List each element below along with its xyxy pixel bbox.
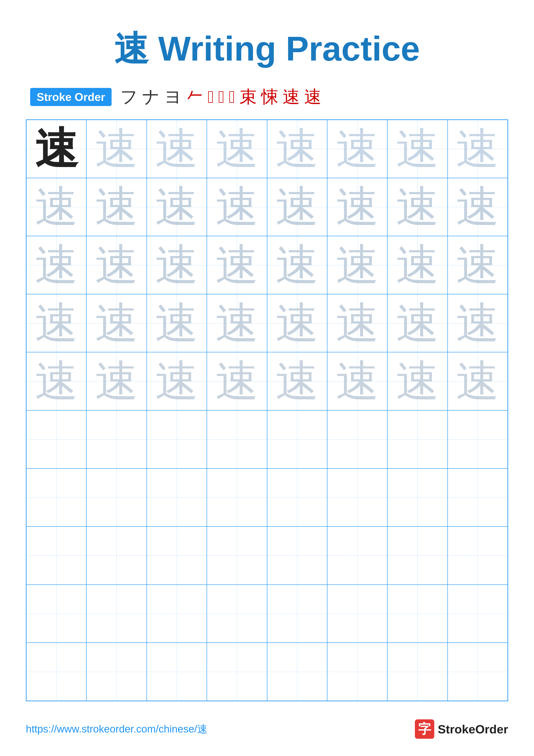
grid-cell-r2c1[interactable]: 速 bbox=[26, 178, 87, 236]
grid-cell-r3c7[interactable]: 速 bbox=[387, 236, 447, 294]
char-r2c2: 速 bbox=[95, 178, 138, 236]
grid-cell-r1c3[interactable]: 速 bbox=[147, 120, 207, 178]
grid-cell-r3c2[interactable]: 速 bbox=[87, 236, 146, 294]
grid-cell-r1c2[interactable]: 速 bbox=[87, 120, 146, 178]
grid-cell-r4c5[interactable]: 速 bbox=[267, 294, 327, 352]
grid-cell-r7c2[interactable] bbox=[87, 469, 146, 527]
grid-cell-r6c8[interactable] bbox=[447, 410, 508, 469]
grid-cell-r5c2[interactable]: 速 bbox=[87, 352, 146, 410]
grid-cell-r6c7[interactable] bbox=[387, 410, 447, 469]
grid-cell-r10c2[interactable] bbox=[87, 643, 146, 701]
grid-cell-r5c4[interactable]: 速 bbox=[207, 352, 267, 410]
grid-cell-r9c7[interactable] bbox=[387, 585, 447, 643]
grid-cell-r10c1[interactable] bbox=[26, 643, 87, 701]
grid-cell-r4c2[interactable]: 速 bbox=[87, 294, 146, 352]
stroke-11: 速 bbox=[304, 85, 321, 109]
grid-cell-r1c1[interactable]: 速 bbox=[26, 120, 87, 178]
grid-cell-r8c3[interactable] bbox=[147, 526, 207, 585]
grid-cell-r5c8[interactable]: 速 bbox=[447, 352, 508, 410]
grid-cell-r9c8[interactable] bbox=[447, 585, 508, 643]
grid-cell-r9c1[interactable] bbox=[26, 585, 87, 643]
char-r1c7: 速 bbox=[396, 120, 439, 178]
grid-cell-r4c3[interactable]: 速 bbox=[147, 294, 207, 352]
grid-cell-r10c8[interactable] bbox=[447, 643, 508, 701]
char-r4c5: 速 bbox=[275, 294, 318, 352]
grid-cell-r6c4[interactable] bbox=[207, 410, 267, 469]
grid-cell-r8c1[interactable] bbox=[26, 526, 87, 585]
grid-cell-r6c5[interactable] bbox=[267, 410, 327, 469]
char-r1c6: 速 bbox=[336, 120, 379, 178]
grid-cell-r8c8[interactable] bbox=[447, 526, 508, 585]
grid-cell-r5c1[interactable]: 速 bbox=[26, 352, 87, 410]
grid-cell-r9c5[interactable] bbox=[267, 585, 327, 643]
grid-cell-r4c8[interactable]: 速 bbox=[447, 294, 508, 352]
grid-cell-r5c3[interactable]: 速 bbox=[147, 352, 207, 410]
grid-cell-r3c5[interactable]: 速 bbox=[267, 236, 327, 294]
grid-cell-r8c4[interactable] bbox=[207, 526, 267, 585]
grid-cell-r2c8[interactable]: 速 bbox=[447, 178, 508, 236]
grid-cell-r6c2[interactable] bbox=[87, 410, 146, 469]
grid-cell-r10c7[interactable] bbox=[387, 643, 447, 701]
grid-cell-r6c1[interactable] bbox=[26, 410, 87, 469]
title-section: 速 Writing Practice bbox=[26, 17, 508, 72]
grid-cell-r4c1[interactable]: 速 bbox=[26, 294, 87, 352]
grid-cell-r6c3[interactable] bbox=[147, 410, 207, 469]
grid-cell-r7c7[interactable] bbox=[387, 469, 447, 527]
char-r4c3: 速 bbox=[155, 294, 198, 352]
grid-cell-r10c5[interactable] bbox=[267, 643, 327, 701]
char-r5c1: 速 bbox=[35, 352, 78, 410]
grid-cell-r2c2[interactable]: 速 bbox=[87, 178, 146, 236]
grid-cell-r2c5[interactable]: 速 bbox=[267, 178, 327, 236]
grid-cell-r8c5[interactable] bbox=[267, 526, 327, 585]
grid-cell-r8c6[interactable] bbox=[327, 526, 387, 585]
grid-cell-r7c3[interactable] bbox=[147, 469, 207, 527]
grid-cell-r5c5[interactable]: 速 bbox=[267, 352, 327, 410]
grid-cell-r2c7[interactable]: 速 bbox=[387, 178, 447, 236]
char-r4c1: 速 bbox=[35, 294, 78, 352]
char-r4c4: 速 bbox=[216, 294, 259, 352]
grid-cell-r10c3[interactable] bbox=[147, 643, 207, 701]
grid-cell-r7c4[interactable] bbox=[207, 469, 267, 527]
grid-cell-r3c4[interactable]: 速 bbox=[207, 236, 267, 294]
grid-cell-r1c8[interactable]: 速 bbox=[447, 120, 508, 178]
logo-text: StrokeOrder bbox=[438, 722, 508, 736]
char-r3c1: 速 bbox=[35, 236, 78, 294]
grid-cell-r2c3[interactable]: 速 bbox=[147, 178, 207, 236]
grid-cell-r5c7[interactable]: 速 bbox=[387, 352, 447, 410]
grid-cell-r1c7[interactable]: 速 bbox=[387, 120, 447, 178]
grid-cell-r4c6[interactable]: 速 bbox=[327, 294, 387, 352]
grid-cell-r9c4[interactable] bbox=[207, 585, 267, 643]
stroke-7: 𠂆 bbox=[229, 87, 235, 107]
grid-cell-r7c6[interactable] bbox=[327, 469, 387, 527]
grid-cell-r3c6[interactable]: 速 bbox=[327, 236, 387, 294]
grid-cell-r3c8[interactable]: 速 bbox=[447, 236, 508, 294]
grid-cell-r10c4[interactable] bbox=[207, 643, 267, 701]
footer-url[interactable]: https://www.strokeorder.com/chinese/速 bbox=[26, 722, 207, 736]
grid-cell-r6c6[interactable] bbox=[327, 410, 387, 469]
char-r1c3: 速 bbox=[155, 120, 198, 178]
title-text: Writing Practice bbox=[149, 29, 420, 68]
grid-cell-r9c3[interactable] bbox=[147, 585, 207, 643]
stroke-order-badge: Stroke Order bbox=[30, 88, 112, 106]
grid-cell-r1c6[interactable]: 速 bbox=[327, 120, 387, 178]
grid-cell-r7c5[interactable] bbox=[267, 469, 327, 527]
grid-cell-r9c2[interactable] bbox=[87, 585, 146, 643]
page: 速 Writing Practice Stroke Order フ ナ ヨ 𠂉 … bbox=[0, 0, 534, 756]
grid-cell-r5c6[interactable]: 速 bbox=[327, 352, 387, 410]
grid-cell-r2c6[interactable]: 速 bbox=[327, 178, 387, 236]
grid-cell-r7c1[interactable] bbox=[26, 469, 87, 527]
char-r3c7: 速 bbox=[396, 236, 439, 294]
grid-cell-r4c4[interactable]: 速 bbox=[207, 294, 267, 352]
grid-cell-r2c4[interactable]: 速 bbox=[207, 178, 267, 236]
grid-cell-r9c6[interactable] bbox=[327, 585, 387, 643]
grid-cell-r3c1[interactable]: 速 bbox=[26, 236, 87, 294]
grid-cell-r1c4[interactable]: 速 bbox=[207, 120, 267, 178]
stroke-4: 𠂉 bbox=[186, 87, 203, 107]
grid-cell-r4c7[interactable]: 速 bbox=[387, 294, 447, 352]
grid-cell-r1c5[interactable]: 速 bbox=[267, 120, 327, 178]
grid-cell-r8c2[interactable] bbox=[87, 526, 146, 585]
grid-cell-r10c6[interactable] bbox=[327, 643, 387, 701]
grid-cell-r8c7[interactable] bbox=[387, 526, 447, 585]
grid-cell-r3c3[interactable]: 速 bbox=[147, 236, 207, 294]
grid-cell-r7c8[interactable] bbox=[447, 469, 508, 527]
